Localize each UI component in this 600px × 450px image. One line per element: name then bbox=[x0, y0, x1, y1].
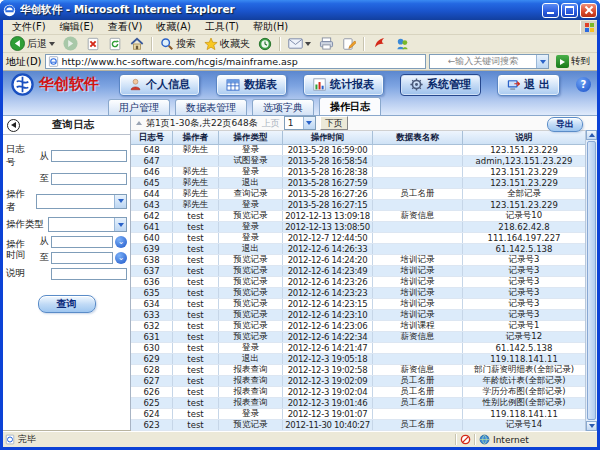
table-cell: 试图登录 bbox=[219, 156, 283, 166]
favorites-label: 收藏夹 bbox=[220, 37, 250, 51]
table-cell: 记录号12 bbox=[463, 332, 586, 342]
table-row[interactable]: 623test预览记录2012-11-30 10:40:27员工名册记录号14 bbox=[131, 420, 586, 431]
table-row[interactable]: 628test报表查询2012-12-3 19:02:58薪资信息部门薪资明细表… bbox=[131, 365, 586, 376]
operator-label: 操作者 bbox=[6, 188, 34, 214]
stop-button[interactable] bbox=[83, 36, 103, 52]
export-button[interactable]: 导出 bbox=[547, 117, 583, 132]
prev-page-button[interactable]: 上页 bbox=[262, 117, 280, 130]
table-cell: 643 bbox=[131, 200, 173, 210]
keyword-search-input[interactable]: ←输入关键词搜索 bbox=[429, 54, 549, 69]
messenger-app-button[interactable] bbox=[392, 36, 413, 52]
status-text: 完毕 bbox=[18, 433, 36, 446]
thunder-app-button[interactable] bbox=[369, 36, 390, 52]
scroll-down-icon[interactable] bbox=[586, 421, 597, 431]
forward-button[interactable] bbox=[60, 36, 81, 52]
nav-system-manage-button[interactable]: 系统管理 bbox=[400, 74, 481, 96]
tabs: 用户管理 数据表管理 选项字典 操作日志 bbox=[108, 97, 381, 115]
menu-file[interactable]: 文件(F) bbox=[5, 20, 53, 34]
column-header: 操作类型 bbox=[219, 131, 283, 144]
search-button[interactable]: 搜索 bbox=[157, 36, 199, 52]
home-button[interactable] bbox=[127, 36, 147, 52]
op-time-label-1: 操作 bbox=[6, 238, 25, 249]
table-row[interactable]: 632test预览记录2012-12-6 14:23:06培训课程记录号1 bbox=[131, 321, 586, 332]
table-row[interactable]: 635test预览记录2012-12-6 14:23:23培训记录记录号3 bbox=[131, 288, 586, 299]
table-cell: 郭先生 bbox=[173, 167, 219, 177]
table-cell: 641 bbox=[131, 222, 173, 232]
table-row[interactable]: 636test预览记录2012-12-6 14:23:26培训记录记录号3 bbox=[131, 277, 586, 288]
scroll-up-icon[interactable] bbox=[586, 130, 597, 140]
table-row[interactable]: 638test预览记录2012-12-6 14:24:20培训记录记录号3 bbox=[131, 255, 586, 266]
table-cell: 2012-12-3 19:05:18 bbox=[283, 354, 373, 364]
pane-scroll-up-icon[interactable] bbox=[136, 121, 142, 125]
tab-option-dict[interactable]: 选项字典 bbox=[252, 99, 314, 115]
query-button[interactable]: 查询 bbox=[38, 295, 96, 313]
table-row[interactable]: 640test登录2012-12-7 12:44:50111.164.197.2… bbox=[131, 233, 586, 244]
mail-button[interactable] bbox=[285, 36, 314, 52]
history-button[interactable] bbox=[255, 36, 275, 52]
nav-data-table-button[interactable]: 数据表 bbox=[216, 74, 287, 96]
table-cell bbox=[373, 244, 463, 254]
search-icon bbox=[160, 37, 174, 51]
table-row[interactable]: 634test预览记录2012-12-6 14:23:15培训记录记录号3 bbox=[131, 299, 586, 310]
table-cell: 2012-12-6 14:26:33 bbox=[283, 244, 373, 254]
nav-exit-button[interactable]: 退 出 bbox=[497, 74, 560, 96]
scrollbar-thumb[interactable] bbox=[587, 141, 596, 420]
collapse-panel-icon[interactable] bbox=[7, 119, 20, 132]
maximize-button[interactable] bbox=[561, 3, 578, 18]
tab-user-manage[interactable]: 用户管理 bbox=[108, 99, 170, 115]
menu-view[interactable]: 查看(V) bbox=[101, 20, 150, 34]
help-icon[interactable]: ? bbox=[576, 77, 591, 92]
go-button[interactable]: 转到 bbox=[552, 54, 594, 69]
table-row[interactable]: 642test预览记录2012-12-13 13:09:18薪资信息记录号10 bbox=[131, 211, 586, 222]
table-row[interactable]: 631test预览记录2012-12-6 14:22:34薪资信息记录号12 bbox=[131, 332, 586, 343]
table-row[interactable]: 637test预览记录2012-12-6 14:23:49培训记录记录号3 bbox=[131, 266, 586, 277]
page-select[interactable]: 1 bbox=[284, 116, 316, 130]
print-button[interactable] bbox=[316, 36, 337, 52]
table-row[interactable]: 630test登录2012-12-6 14:21:4761.142.5.138 bbox=[131, 343, 586, 354]
table-row[interactable]: 646郭先生登录2013-5-28 16:28:38123.151.23.229 bbox=[131, 167, 586, 178]
favorites-button[interactable]: 收藏夹 bbox=[201, 36, 253, 52]
menu-favorites[interactable]: 收藏(A) bbox=[149, 20, 198, 34]
table-row[interactable]: 624test登录2012-12-3 19:01:07119.118.141.1… bbox=[131, 409, 586, 420]
menu-help[interactable]: 帮助(H) bbox=[246, 20, 295, 34]
minimize-button[interactable] bbox=[542, 3, 559, 18]
print-icon bbox=[319, 37, 334, 50]
table-row[interactable]: 645郭先生退出2013-5-28 16:27:59123.151.23.229 bbox=[131, 178, 586, 189]
menu-tools[interactable]: 工具(T) bbox=[198, 20, 246, 34]
table-row[interactable]: 626test报表查询2012-12-3 19:02:04员工名册学历分布图(全… bbox=[131, 387, 586, 398]
note-input[interactable] bbox=[51, 268, 127, 280]
table-row[interactable]: 647试图登录2013-5-28 16:58:54admin,123.151.2… bbox=[131, 156, 586, 167]
edit-button[interactable] bbox=[339, 36, 359, 52]
tab-table-manage[interactable]: 数据表管理 bbox=[175, 99, 247, 115]
date-picker-icon[interactable]: ⌄ bbox=[115, 252, 127, 264]
menu-edit[interactable]: 编辑(E) bbox=[53, 20, 101, 34]
table-cell: 633 bbox=[131, 310, 173, 320]
tab-operation-log[interactable]: 操作日志 bbox=[319, 97, 381, 115]
log-no-to-input[interactable] bbox=[51, 173, 127, 185]
back-button[interactable]: 后退 bbox=[7, 36, 58, 52]
table-row[interactable]: 625test报表查询2012-12-3 19:01:46员工名册性别比例图(全… bbox=[131, 398, 586, 409]
table-scrollbar[interactable] bbox=[585, 130, 597, 431]
nav-report-button[interactable]: 统计报表 bbox=[303, 74, 384, 96]
op-type-select[interactable] bbox=[48, 217, 127, 232]
table-row[interactable]: 629test退出2012-12-3 19:05:18119.118.141.1… bbox=[131, 354, 586, 365]
time-from-input[interactable] bbox=[51, 236, 113, 248]
time-to-input[interactable] bbox=[51, 252, 113, 264]
keyword-dropdown-icon[interactable] bbox=[536, 55, 548, 68]
table-row[interactable]: 648郭先生登录2013-5-28 16:59:00123.151.23.229 bbox=[131, 145, 586, 156]
nav-personal-info-button[interactable]: 个人信息 bbox=[119, 74, 200, 96]
refresh-button[interactable] bbox=[105, 36, 125, 52]
next-page-button[interactable]: 下页 bbox=[320, 116, 348, 130]
table-row[interactable]: 639test退出2012-12-6 14:26:3361.142.5.138 bbox=[131, 244, 586, 255]
table-row[interactable]: 641test登录2012-12-13 13:08:50218.62.42.8 bbox=[131, 222, 586, 233]
table-row[interactable]: 644郭先生查询记录2013-5-28 16:27:26员工名册全部记录 bbox=[131, 189, 586, 200]
table-cell bbox=[373, 354, 463, 364]
log-no-from-input[interactable] bbox=[51, 150, 127, 162]
table-row[interactable]: 633test预览记录2012-12-6 14:23:10培训记录记录号3 bbox=[131, 310, 586, 321]
table-row[interactable]: 643郭先生登录2013-5-28 16:27:15123.151.23.229 bbox=[131, 200, 586, 211]
table-row[interactable]: 627test报表查询2012-12-3 19:02:09员工名册年龄统计表(全… bbox=[131, 376, 586, 387]
date-picker-icon[interactable]: ⌄ bbox=[115, 236, 127, 248]
operator-select[interactable] bbox=[36, 194, 127, 209]
close-button[interactable] bbox=[580, 3, 597, 18]
address-input[interactable]: http://www.hc-software.com/hcgis/mainfra… bbox=[45, 54, 426, 69]
